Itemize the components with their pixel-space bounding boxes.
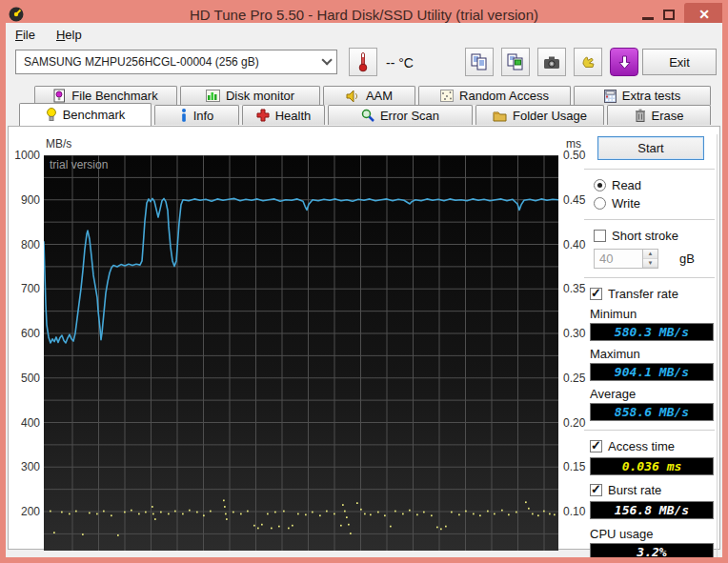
maximum-label: Maximun [590,347,717,361]
calculator-icon [604,90,617,103]
tab-info[interactable]: Info [154,105,239,125]
thermometer-icon [358,51,368,72]
access-time-value: 0.036 ms [590,457,714,475]
chevron-down-icon [321,54,332,65]
drive-select-value: SAMSUNG MZHPU256HCGL-00004 (256 gB) [24,55,259,69]
menu-help[interactable]: Help [56,28,82,42]
stroke-size-unit: gB [679,251,695,266]
stepper-up-icon[interactable]: ▲ [643,250,657,259]
benchmark-panel: MB/s ms 1000900800700600500400300200 0.5… [8,126,720,550]
tab-folder-usage[interactable]: Folder Usage [475,105,604,125]
lightbulb-icon [46,108,57,122]
menu-bar: File Help [6,23,722,46]
tab-file-benchmark[interactable]: File Benchmark [34,86,177,105]
tab-row-primary: Benchmark Info Health Error Scan [19,105,711,126]
maximum-value: 904.1 MB/s [590,363,714,381]
benchmark-controls: Start Read Write Short stroke 40 ▲ ▼ [582,134,718,561]
burst-rate-value: 156.8 MB/s [590,501,714,519]
tab-erase[interactable]: Erase [607,105,711,125]
read-radio[interactable]: Read [594,178,717,192]
stroke-size-stepper[interactable]: ▲ ▼ [643,249,658,269]
screenshot-button[interactable] [537,48,566,76]
tab-row-secondary: File Benchmark Disk monitor AAM Random A… [34,86,711,105]
disk-monitor-icon [206,90,220,102]
transfer-rate-checkbox[interactable]: Transfer rate [590,287,717,301]
exit-button[interactable]: Exit [642,49,717,75]
window-title: HD Tune Pro 5.50 - Hard Disk/SSD Utility… [0,7,728,23]
read-radio-circle[interactable] [594,179,606,191]
start-button[interactable]: Start [597,136,704,160]
tab-disk-monitor[interactable]: Disk monitor [180,86,320,105]
copy-text-button[interactable] [465,48,494,76]
tab-benchmark[interactable]: Benchmark [19,103,152,126]
maximize-icon[interactable] [663,10,675,20]
donate-button[interactable] [574,48,602,76]
benchmark-chart: trial version [44,155,558,551]
stepper-down-icon[interactable]: ▼ [643,259,657,269]
write-radio-circle[interactable] [594,197,606,210]
info-icon [180,109,188,122]
tab-error-scan[interactable]: Error Scan [328,105,473,125]
camera-icon [543,55,560,70]
copy-image-icon [507,53,524,70]
access-time-checkbox[interactable]: Access time [590,439,717,453]
hand-icon [580,54,596,70]
folder-icon [493,110,507,122]
trial-watermark: trial version [50,158,108,171]
health-cross-icon [256,109,270,122]
minimize-icon[interactable] [642,17,654,20]
separator [584,219,715,221]
tab-health[interactable]: Health [242,105,325,125]
trash-icon [635,109,646,122]
toolbar: SAMSUNG MZHPU256HCGL-00004 (256 gB) -- °… [6,46,722,86]
separator [584,277,715,279]
file-benchmark-icon [53,89,66,103]
copy-text-icon [471,53,488,70]
tab-extra-tests[interactable]: Extra tests [574,86,711,105]
drive-select[interactable]: SAMSUNG MZHPU256HCGL-00004 (256 gB) [15,50,337,74]
minimum-label: Minimun [590,307,717,321]
magnifier-icon [361,109,374,122]
left-axis-unit: MB/s [46,137,71,151]
average-value: 858.6 MB/s [590,403,714,421]
copy-image-button[interactable] [501,48,530,76]
download-arrow-icon [618,55,631,70]
speaker-icon [346,90,360,103]
average-label: Average [590,387,717,401]
random-access-icon [440,90,454,102]
separator [584,169,715,171]
cpu-usage-value: 3.2% [590,543,714,561]
burst-rate-box[interactable] [590,484,602,496]
cpu-usage-label: CPU usage [590,527,717,541]
menu-file[interactable]: File [15,28,35,42]
temperature-button[interactable] [349,48,377,76]
stroke-size-input[interactable]: 40 [594,249,643,269]
write-radio[interactable]: Write [594,196,717,211]
hdtune-window: HD Tune Pro 5.50 - Hard Disk/SSD Utility… [0,0,728,563]
separator [584,430,715,432]
tab-aam[interactable]: AAM [323,86,415,105]
transfer-rate-box[interactable] [590,288,602,300]
temperature-value: -- °C [386,55,414,70]
burst-rate-checkbox[interactable]: Burst rate [590,483,717,497]
tab-random-access[interactable]: Random Access [418,86,571,105]
short-stroke-checkbox[interactable]: Short stroke [594,229,717,243]
access-time-box[interactable] [590,440,602,452]
short-stroke-box[interactable] [594,230,606,242]
minimum-value: 580.3 MB/s [590,323,714,341]
update-button[interactable] [610,48,638,76]
